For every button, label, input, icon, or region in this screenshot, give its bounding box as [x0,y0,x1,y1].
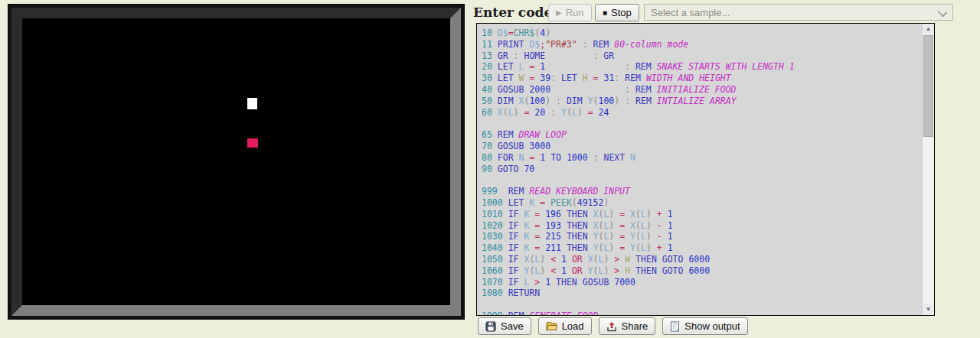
code-line: 20 LET L = 1 : REM SNAKE STARTS WITH LEN… [482,61,922,73]
share-button-label: Share [622,320,648,332]
code-line: 11 PRINT D$;"PR#3" : REM 80-column mode [482,39,922,50]
code-line [482,299,922,310]
run-button[interactable]: ▶ Run [548,4,592,21]
chevron-down-icon [938,8,948,18]
code-editor[interactable]: 10 D$=CHR$(4)11 PRINT D$;"PR#3" : REM 80… [476,23,935,316]
code-line: 60 X(L) = 20 : Y(L) = 24 [482,107,922,119]
stop-button-label: Stop [611,7,632,18]
apple-monitor [8,4,465,320]
stop-button[interactable]: ■ Stop [595,4,639,21]
editor-actions: Save Load Share Show output [478,317,748,335]
code-line: 30 LET W = 39: LET H = 31: REM WIDTH AND… [482,73,922,84]
code-line: 1030 IF K = 215 THEN Y(L) = Y(L) - 1 [482,231,922,242]
code-line: 1080 RETURN [482,288,922,299]
scroll-up-icon[interactable]: ▲ [923,24,934,34]
share-icon [606,321,617,332]
show-output-button[interactable]: Show output [662,317,747,335]
stop-icon: ■ [603,9,607,17]
code-line: 1050 IF X(L) < 1 OR X(L) > W THEN GOTO 6… [482,254,922,265]
code-line: 10 D$=CHR$(4) [482,28,922,39]
code-line: 90 GOTO 70 [482,164,922,175]
code-line: 1060 IF Y(L) < 1 OR Y(L) > H THEN GOTO 6… [482,265,922,277]
code-lines[interactable]: 10 D$=CHR$(4)11 PRINT D$;"PR#3" : REM 80… [477,24,922,315]
folder-icon [546,321,557,331]
share-button[interactable]: Share [599,317,656,335]
code-line: 1070 IF L > 1 THEN GOSUB 7000 [482,277,922,288]
code-line: 80 FOR N = 1 TO 1000 : NEXT N [482,152,922,164]
code-line [482,118,922,129]
apple-screen [11,8,461,316]
code-line: 1010 IF K = 196 THEN X(L) = X(L) + 1 [482,209,922,220]
load-button[interactable]: Load [538,317,592,335]
code-line: 50 DIM X(100) : DIM Y(100) : REM INTIALI… [482,96,922,107]
sample-select-value: Select a sample... [651,7,730,18]
enter-code-heading: Enter code: [473,5,557,20]
editor-scrollbar[interactable]: ▲ ▼ [922,24,934,315]
jsbasic-page: { "toolbar": { "heading": "Enter code:",… [0,0,980,338]
code-line: 1000 LET K = PEEK(49152) [482,197,922,209]
scrollbar-thumb[interactable] [923,35,933,137]
scroll-down-icon[interactable]: ▼ [923,304,934,315]
document-icon [670,321,680,332]
save-button[interactable]: Save [478,317,531,335]
run-button-label: Run [566,7,584,18]
code-line: 13 GR : HOME : GR [482,50,922,62]
code-line: 999 REM READ KEYBOARD INPUT [482,186,922,197]
sample-select[interactable]: Select a sample... [644,4,953,21]
code-line: 65 REM DRAW LOOP [482,129,922,141]
play-icon: ▶ [556,9,562,17]
code-line: 1999 REM GENERATE FOOD [482,310,922,315]
code-line: 70 GOSUB 3000 [482,141,922,152]
save-button-label: Save [501,320,524,332]
code-line: 40 GOSUB 2000 : REM INITIALIZE FOOD [482,84,922,96]
code-line: 1040 IF K = 211 THEN Y(L) = Y(L) + 1 [482,242,922,254]
floppy-icon [485,321,496,332]
show-output-button-label: Show output [684,320,740,332]
load-button-label: Load [562,320,584,332]
code-line: 1020 IF K = 193 THEN X(L) = X(L) - 1 [482,220,922,232]
code-line [482,174,922,186]
